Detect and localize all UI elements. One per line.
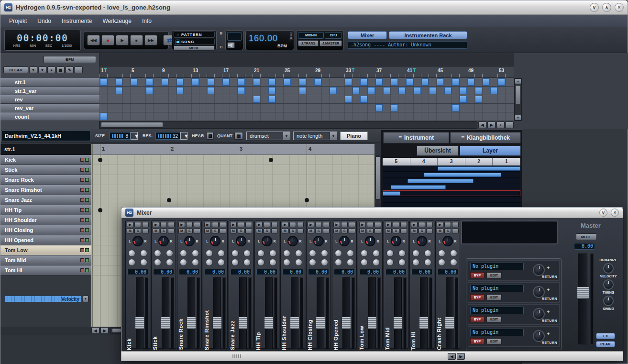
channel-mute-button[interactable]: M — [333, 228, 340, 233]
channel-button[interactable] — [367, 222, 374, 227]
channel-play-button[interactable]: ▶ — [282, 222, 288, 227]
fader-handle[interactable] — [445, 317, 454, 329]
velocity-property-bar[interactable]: Velocity — [4, 296, 82, 302]
fx-name-display[interactable]: No plugin — [470, 307, 524, 314]
fx-send-knob[interactable] — [243, 259, 251, 266]
fx-send-knob[interactable] — [283, 250, 290, 257]
channel-fader[interactable] — [265, 277, 273, 349]
pan-knob[interactable] — [339, 236, 350, 246]
pattern-cell[interactable] — [284, 78, 291, 86]
layer-header[interactable]: 3 — [438, 158, 465, 165]
fx-send-knob[interactable] — [257, 250, 264, 257]
channel-mute-button[interactable]: M — [308, 228, 314, 233]
channel-mute-button[interactable]: M — [282, 228, 288, 233]
channel-button[interactable] — [393, 222, 399, 227]
scroll-right-icon[interactable]: ▶ — [487, 121, 496, 128]
channel-mute-button[interactable]: M — [256, 228, 263, 233]
channel-button[interactable] — [297, 222, 304, 227]
instrument-mute-led[interactable] — [80, 218, 84, 222]
chevron-down-icon[interactable]: ▼ — [330, 132, 337, 140]
scroll-left-icon[interactable]: ◀ — [91, 327, 99, 334]
layer-row[interactable] — [383, 165, 520, 172]
channel-button[interactable] — [375, 228, 381, 233]
stop-button[interactable]: ■ — [130, 35, 143, 45]
chevron-down-icon[interactable]: ▼ — [283, 132, 290, 140]
main-titlebar[interactable]: H2 Hydrogen 0.9.5-svn-exported - love_is… — [0, 0, 628, 15]
show-instrument-rack-button[interactable]: Instrumenten Rack — [389, 31, 467, 39]
tab-instrument[interactable]: ≡Instrument — [383, 132, 449, 143]
fx-bypass-button[interactable]: BYP — [470, 316, 485, 322]
instrument-mute-led[interactable] — [80, 238, 84, 242]
instrument-row[interactable]: Snare Rock — [0, 175, 91, 185]
channel-mute-button[interactable]: M — [359, 228, 366, 233]
fader-handle[interactable] — [238, 317, 248, 329]
pattern-cell[interactable] — [268, 87, 275, 94]
pan-knob[interactable] — [210, 236, 220, 246]
property-dropdown-icon[interactable]: ▼ — [83, 296, 88, 302]
fader-handle[interactable] — [419, 317, 429, 329]
note[interactable] — [305, 198, 309, 202]
pattern-cell[interactable] — [360, 96, 367, 103]
song-grid-row[interactable] — [99, 95, 514, 104]
instrument-mute-led[interactable] — [80, 178, 84, 182]
pattern-cell[interactable] — [192, 78, 199, 86]
fx-send-knob[interactable] — [269, 250, 276, 257]
channel-button[interactable] — [142, 222, 149, 227]
fx-send-knob[interactable] — [140, 250, 147, 257]
move-down-icon[interactable]: ▾ — [38, 66, 46, 73]
scroll-left-icon[interactable]: ◀ — [478, 121, 486, 128]
note[interactable] — [98, 208, 102, 212]
channel-play-button[interactable]: ▶ — [333, 222, 340, 227]
channel-solo-button[interactable]: S — [134, 228, 141, 233]
layer-row[interactable] — [383, 178, 520, 184]
fx-send-knob[interactable] — [335, 250, 342, 257]
pan-knob[interactable] — [132, 236, 143, 246]
channel-mute-button[interactable]: M — [153, 228, 159, 233]
pattern-list-item[interactable]: rev — [0, 95, 99, 104]
channel-solo-button[interactable]: S — [315, 228, 322, 233]
fx-send-knob[interactable] — [128, 259, 135, 266]
pan-knob[interactable] — [442, 236, 453, 246]
channel-button[interactable] — [168, 222, 175, 227]
fx-send-knob[interactable] — [373, 259, 380, 266]
fx-send-knob[interactable] — [386, 250, 394, 257]
fx-name-display[interactable]: No plugin — [470, 329, 524, 336]
move-up-icon[interactable]: ▴ — [47, 66, 55, 73]
fx-send-knob[interactable] — [231, 250, 239, 257]
channel-button[interactable] — [271, 228, 278, 233]
channel-button[interactable] — [220, 228, 226, 233]
song-timeline-ruler[interactable]: 1T59131721252933T3741T454953 — [99, 66, 514, 78]
pattern-cell[interactable] — [330, 87, 337, 94]
pan-knob[interactable] — [158, 236, 169, 246]
pan-knob[interactable] — [391, 236, 401, 246]
pan-knob[interactable] — [262, 236, 272, 246]
channel-solo-button[interactable]: S — [212, 228, 219, 233]
close-icon[interactable]: × — [615, 3, 624, 12]
fx-send-knob[interactable] — [180, 259, 187, 266]
scroll-down-icon[interactable]: ▼ — [515, 115, 521, 121]
song-grid-row[interactable] — [99, 104, 514, 112]
channel-button[interactable] — [245, 222, 252, 227]
master-timing-knob[interactable] — [603, 279, 614, 290]
pan-knob[interactable] — [313, 236, 324, 246]
instrument-mute-led[interactable] — [80, 168, 84, 172]
fx-name-display[interactable]: No plugin — [470, 285, 524, 292]
jack-master-button[interactable]: J.MASTER — [320, 40, 342, 46]
fx-send-knob[interactable] — [257, 259, 264, 266]
instrument-solo-led[interactable] — [85, 198, 89, 202]
fader-handle[interactable] — [393, 317, 403, 329]
channel-button[interactable] — [452, 228, 459, 233]
instrument-row[interactable]: Tom Hi — [0, 265, 91, 276]
channel-fader[interactable] — [420, 277, 428, 349]
pattern-grid-row[interactable] — [91, 175, 375, 185]
instrument-mute-led[interactable] — [80, 198, 84, 202]
fx-edit-button[interactable]: EDIT — [486, 316, 502, 322]
rewind-button[interactable]: ◀◀ — [87, 35, 100, 45]
fx-send-knob[interactable] — [206, 259, 213, 266]
channel-play-button[interactable]: ▶ — [308, 222, 314, 227]
menu-werkzeuge[interactable]: Werkzeuge — [98, 16, 136, 26]
bpm-display[interactable]: 160.00 — [249, 33, 278, 44]
fx-bypass-button[interactable]: BYP — [470, 294, 485, 300]
pattern-cell[interactable] — [299, 78, 306, 86]
instrument-solo-led[interactable] — [85, 218, 89, 222]
